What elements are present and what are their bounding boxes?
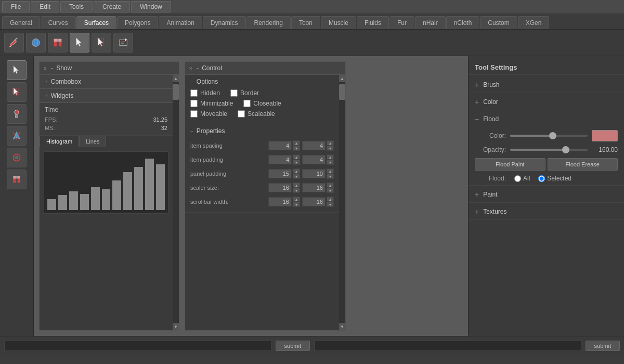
spin-down-4a[interactable]: ▼ <box>293 202 300 207</box>
scroll-thumb[interactable] <box>173 84 179 100</box>
prop-input-4b[interactable] <box>302 197 326 206</box>
flood-paint-button[interactable]: Flood Paint <box>475 158 545 171</box>
sidebar-lasso-tool[interactable] <box>7 82 27 102</box>
tab-ncloth[interactable]: nCloth <box>446 16 480 29</box>
tab-animation[interactable]: Animation <box>159 16 202 29</box>
minimizable-checkbox[interactable] <box>190 100 198 107</box>
prop-input-1b[interactable] <box>302 155 326 164</box>
spin-down-2b[interactable]: ▼ <box>327 174 334 179</box>
prop-input-0a[interactable] <box>268 141 292 150</box>
color-slider-thumb[interactable] <box>549 132 556 139</box>
options-header[interactable]: − Options <box>190 78 334 85</box>
sidebar-paint-tool[interactable] <box>7 104 27 124</box>
spin-up-0b[interactable]: ▲ <box>327 140 334 146</box>
script-button[interactable] <box>113 33 133 53</box>
menu-file[interactable]: File <box>2 1 30 12</box>
sphere-button[interactable] <box>26 33 46 53</box>
tab-xgen[interactable]: XGen <box>518 16 550 29</box>
prop-input-0b[interactable] <box>302 141 326 150</box>
show-panel-close[interactable]: x <box>44 65 47 71</box>
prop-input-2a[interactable] <box>268 169 292 178</box>
prop-input-3b[interactable] <box>302 183 326 192</box>
radio-selected[interactable] <box>538 175 545 182</box>
brush-row[interactable]: + Brush <box>469 77 624 93</box>
tab-custom[interactable]: Custom <box>480 16 517 29</box>
tab-fur[interactable]: Fur <box>389 16 414 29</box>
spin-down-2a[interactable]: ▼ <box>293 174 300 179</box>
tab-rendering[interactable]: Rendering <box>246 16 291 29</box>
scroll-up-arrow[interactable]: ▲ <box>173 75 179 82</box>
prop-input-3a[interactable] <box>268 183 292 192</box>
control-scroll-up[interactable]: ▲ <box>339 75 345 82</box>
sidebar-circle-tool[interactable] <box>7 148 27 167</box>
sidebar-up-tool[interactable] <box>7 126 27 146</box>
bottom-input-right[interactable] <box>314 341 581 351</box>
menu-window[interactable]: Window <box>131 1 171 12</box>
control-scroll-thumb[interactable] <box>339 84 345 100</box>
opacity-slider-thumb[interactable] <box>562 146 569 153</box>
widgets-row[interactable]: + Widgets <box>40 89 173 103</box>
spin-up-1a[interactable]: ▲ <box>293 154 300 160</box>
menu-tools[interactable]: Tools <box>60 1 93 12</box>
menu-edit[interactable]: Edit <box>31 1 59 12</box>
cross-button[interactable] <box>48 33 68 53</box>
prop-input-4a[interactable] <box>268 197 292 206</box>
menu-create[interactable]: Create <box>94 1 130 12</box>
spin-down-0a[interactable]: ▼ <box>293 146 300 151</box>
bottom-input-left[interactable] <box>4 341 271 351</box>
control-panel-dash[interactable]: - <box>197 64 199 72</box>
control-scroll-down[interactable]: ▼ <box>339 323 345 330</box>
scaleable-checkbox[interactable] <box>238 110 245 118</box>
sidebar-select-tool[interactable] <box>7 60 27 80</box>
combobox-row[interactable]: + Combobox <box>40 75 173 89</box>
flood-header-row[interactable]: − Flood <box>469 111 624 127</box>
show-panel-dash[interactable]: - <box>51 64 54 72</box>
spin-down-3a[interactable]: ▼ <box>293 188 300 193</box>
tab-fluids[interactable]: Fluids <box>357 16 389 29</box>
spin-up-3b[interactable]: ▲ <box>327 183 334 188</box>
bottom-submit-right[interactable]: submit <box>586 341 620 351</box>
spin-up-1b[interactable]: ▲ <box>327 154 334 160</box>
radio-all[interactable] <box>514 175 521 182</box>
control-panel-scrollbar[interactable]: ▲ ▼ <box>339 75 345 330</box>
paint-brush-button[interactable] <box>4 33 24 53</box>
color-row[interactable]: + Color <box>469 94 624 110</box>
spin-up-0a[interactable]: ▲ <box>293 140 300 146</box>
tab-nhair[interactable]: nHair <box>415 16 446 29</box>
hidden-checkbox[interactable] <box>190 89 198 97</box>
tab-general[interactable]: General <box>2 16 40 29</box>
spin-up-4a[interactable]: ▲ <box>293 197 300 202</box>
scroll-down-arrow[interactable]: ▼ <box>173 323 179 330</box>
prop-input-2b[interactable] <box>302 169 326 178</box>
tab-dynamics[interactable]: Dynamics <box>203 16 246 29</box>
border-checkbox[interactable] <box>230 89 238 97</box>
lasso-button[interactable] <box>92 33 111 53</box>
spin-up-2b[interactable]: ▲ <box>327 168 334 174</box>
properties-header[interactable]: − Properties <box>190 127 334 135</box>
spin-down-1a[interactable]: ▼ <box>293 160 300 165</box>
spin-down-4b[interactable]: ▼ <box>327 202 334 207</box>
paint-row[interactable]: + Paint <box>469 187 624 202</box>
lines-tab[interactable]: Lines <box>79 136 106 147</box>
spin-up-3a[interactable]: ▲ <box>293 183 300 188</box>
sidebar-cross-tool[interactable] <box>7 170 27 189</box>
tab-curves[interactable]: Curves <box>41 16 76 29</box>
closeable-checkbox[interactable] <box>243 100 251 107</box>
tab-surfaces[interactable]: Surfaces <box>76 16 116 29</box>
spin-down-0b[interactable]: ▼ <box>327 146 334 151</box>
tab-polygons[interactable]: Polygons <box>117 16 158 29</box>
show-panel-scrollbar[interactable]: ▲ ▼ <box>173 75 179 330</box>
spin-up-4b[interactable]: ▲ <box>327 197 334 202</box>
moveable-checkbox[interactable] <box>190 110 198 118</box>
select-button[interactable] <box>70 33 89 53</box>
prop-input-1a[interactable] <box>268 155 292 164</box>
spin-down-3b[interactable]: ▼ <box>327 188 334 193</box>
spin-up-2a[interactable]: ▲ <box>293 168 300 174</box>
control-panel-close[interactable]: x <box>189 65 192 71</box>
color-swatch[interactable] <box>592 130 618 141</box>
tab-muscle[interactable]: Muscle <box>321 16 356 29</box>
textures-row[interactable]: + Textures <box>469 204 624 219</box>
flood-erease-button[interactable]: Flood Erease <box>548 158 618 171</box>
bottom-submit-left[interactable]: submit <box>276 341 310 351</box>
histogram-tab[interactable]: Histogram <box>40 136 79 147</box>
